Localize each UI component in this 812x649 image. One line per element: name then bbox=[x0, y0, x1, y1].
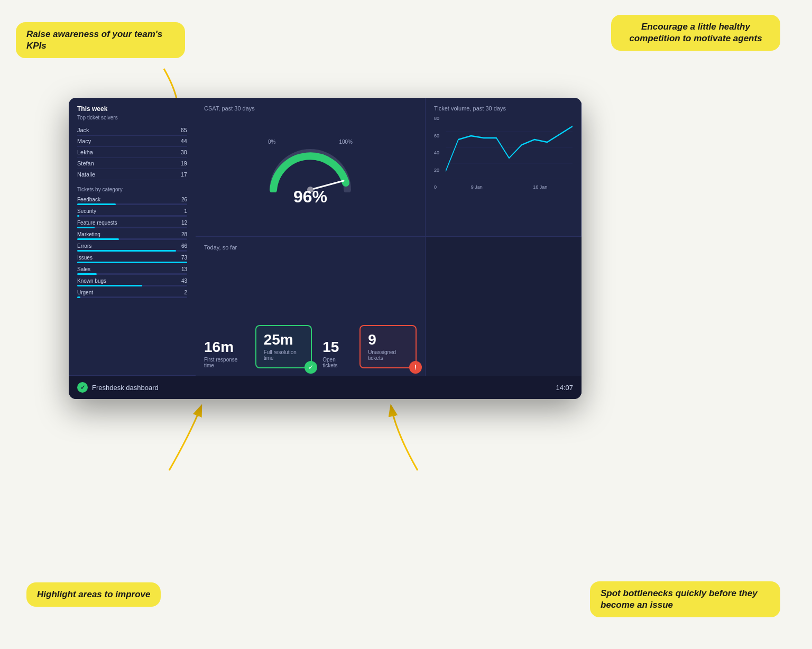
category-row: Feedback 26 bbox=[77, 197, 187, 205]
category-row: Urgent 2 bbox=[77, 290, 187, 298]
chart-svg-wrapper bbox=[446, 116, 573, 179]
category-name: Feedback bbox=[77, 197, 100, 202]
metric-item: 9 Unassigned tickets ! bbox=[359, 325, 417, 368]
category-bar-fill bbox=[77, 250, 176, 252]
categories-title: Tickets by category bbox=[77, 187, 187, 192]
callout-top-right: Encourage a little healthy competition t… bbox=[611, 15, 780, 51]
gauge-min: 0% bbox=[268, 139, 275, 145]
callout-top-right-text: Encourage a little healthy competition t… bbox=[629, 22, 762, 43]
y-label-80: 80 bbox=[434, 116, 439, 121]
solver-name: Natalie bbox=[77, 171, 95, 178]
category-name: Issues bbox=[77, 255, 93, 261]
metric-item: 15 Open tickets bbox=[322, 340, 349, 368]
category-bar-fill bbox=[77, 215, 79, 217]
brand-icon: ✓ bbox=[77, 382, 88, 393]
category-bar-fill bbox=[77, 203, 116, 205]
category-bar-bg bbox=[77, 273, 187, 275]
solver-name: Lekha bbox=[77, 149, 93, 155]
category-bar-bg bbox=[77, 250, 187, 252]
csat-unit: % bbox=[312, 187, 327, 206]
category-count: 28 bbox=[181, 231, 187, 237]
category-count: 2 bbox=[184, 290, 187, 295]
solver-row: Stefan 19 bbox=[77, 158, 187, 169]
category-name: Sales bbox=[77, 266, 90, 272]
volume-panel: Ticket volume, past 30 days 80 60 40 20 … bbox=[426, 98, 582, 237]
metric-label: Unassigned tickets bbox=[368, 349, 408, 361]
category-row: Sales 13 bbox=[77, 266, 187, 275]
y-label-0: 0 bbox=[434, 184, 439, 190]
category-count: 12 bbox=[181, 220, 187, 226]
metric-check-icon: ✓ bbox=[304, 361, 317, 374]
y-label-60: 60 bbox=[434, 133, 439, 138]
category-bar-bg bbox=[77, 296, 187, 298]
solver-name: Stefan bbox=[77, 160, 94, 166]
solver-row: Natalie 17 bbox=[77, 169, 187, 180]
gauge-labels: 0% 100% bbox=[268, 139, 353, 145]
category-name: Feature requests bbox=[77, 220, 117, 226]
metric-label: First response time bbox=[204, 357, 245, 368]
volume-title: Ticket volume, past 30 days bbox=[434, 105, 573, 112]
bar-time: 14:07 bbox=[556, 384, 573, 392]
dashboard-grid: CSAT, past 30 days 0% 100% 96% bbox=[69, 98, 582, 376]
gauge-container: 0% 100% 96% bbox=[204, 116, 417, 229]
today-title: Today, so far bbox=[204, 244, 417, 251]
category-bar-fill bbox=[77, 296, 80, 298]
metric-value: 16m bbox=[204, 340, 245, 355]
metric-value: 15 bbox=[322, 340, 349, 355]
top-solvers-subtitle: Top ticket solvers bbox=[77, 115, 187, 120]
category-bar-bg bbox=[77, 215, 187, 217]
category-name: Urgent bbox=[77, 290, 93, 295]
metrics-row: 16m First response time 25m Full resolut… bbox=[204, 255, 417, 368]
metric-alert-icon: ! bbox=[409, 361, 422, 374]
gauge-max: 100% bbox=[339, 139, 353, 145]
callout-bottom-right-text: Spot bottlenecks quickly before they bec… bbox=[601, 588, 758, 610]
metric-value: 25m bbox=[264, 332, 304, 347]
solver-row: Jack 65 bbox=[77, 125, 187, 136]
callout-top-left-text: Raise awareness of your team's KPIs bbox=[26, 29, 162, 51]
gauge-svg bbox=[265, 145, 355, 192]
metric-item: 16m First response time bbox=[204, 340, 245, 368]
category-count: 26 bbox=[181, 197, 187, 202]
categories-list: Feedback 26 Security 1 Feature requests … bbox=[77, 197, 187, 298]
chart-x-labels: 9 Jan 16 Jan bbox=[446, 184, 573, 190]
category-name: Security bbox=[77, 208, 96, 214]
brand-area: ✓ Freshdesk dashboard bbox=[77, 382, 159, 393]
chart-area: 80 60 40 20 0 bbox=[434, 116, 573, 190]
categories-section: Tickets by category Feedback 26 Security… bbox=[77, 187, 187, 298]
y-label-20: 20 bbox=[434, 168, 439, 173]
category-row: Issues 73 bbox=[77, 255, 187, 263]
category-bar-fill bbox=[77, 238, 119, 240]
category-count: 66 bbox=[181, 243, 187, 249]
gauge-value: 96% bbox=[293, 187, 327, 207]
callout-top-left: Raise awareness of your team's KPIs bbox=[16, 22, 185, 58]
category-name: Marketing bbox=[77, 231, 100, 237]
metric-label: Open tickets bbox=[322, 357, 349, 368]
category-count: 43 bbox=[181, 278, 187, 284]
category-row: Security 1 bbox=[77, 208, 187, 217]
solver-count: 19 bbox=[181, 160, 187, 166]
callout-bottom-left: Highlight areas to improve bbox=[26, 582, 161, 607]
category-bar-fill bbox=[77, 285, 142, 286]
category-bar-bg bbox=[77, 203, 187, 205]
x-label-16jan: 16 Jan bbox=[533, 184, 547, 190]
category-bar-bg bbox=[77, 262, 187, 263]
category-count: 73 bbox=[181, 255, 187, 261]
category-row: Errors 66 bbox=[77, 243, 187, 252]
dashboard-bar: ✓ Freshdesk dashboard 14:07 bbox=[69, 376, 582, 399]
category-name: Errors bbox=[77, 243, 91, 249]
category-row: Feature requests 12 bbox=[77, 220, 187, 228]
metric-item: 25m Full resolution time ✓ bbox=[255, 325, 312, 368]
this-week-title: This week bbox=[77, 105, 187, 113]
category-bar-fill bbox=[77, 262, 187, 263]
callout-bottom-right: Spot bottlenecks quickly before they bec… bbox=[590, 581, 780, 617]
category-name: Known bugs bbox=[77, 278, 106, 284]
y-label-40: 40 bbox=[434, 150, 439, 155]
category-row: Known bugs 43 bbox=[77, 278, 187, 286]
dashboard: CSAT, past 30 days 0% 100% 96% bbox=[69, 98, 582, 399]
solver-count: 30 bbox=[181, 149, 187, 155]
solver-row: Macy 44 bbox=[77, 136, 187, 147]
category-bar-bg bbox=[77, 285, 187, 286]
solver-name: Jack bbox=[77, 127, 89, 133]
brand-name: Freshdesk dashboard bbox=[92, 384, 159, 392]
line-chart-svg bbox=[446, 116, 573, 179]
